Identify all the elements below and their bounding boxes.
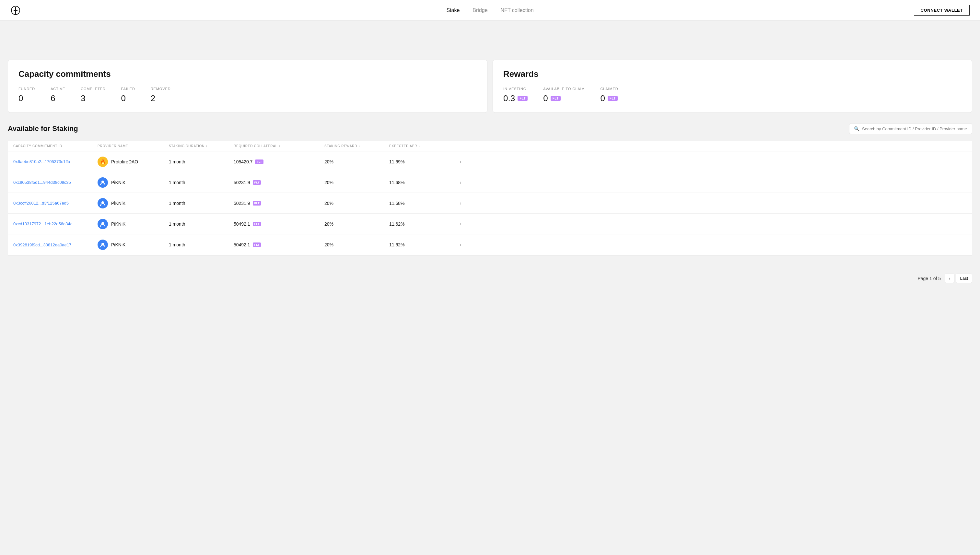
cards-row: Capacity commitments FUNDED 0 ACTIVE 6 C… [8, 59, 972, 113]
stat-removed-label: REMOVED [151, 87, 171, 91]
stat-completed-value: 3 [81, 93, 105, 103]
stat-removed-value: 2 [151, 93, 171, 103]
flt-badge: FLT [253, 201, 261, 205]
cell-staking-reward: 20% [324, 159, 389, 164]
cell-expected-apr: 11.62% [389, 242, 454, 247]
flt-badge: FLT [253, 180, 261, 185]
table-row[interactable]: 0xcd13317972...1eb22e56a34c PiKNiK 1 mon… [8, 213, 972, 234]
staking-header: Available for Staking 🔍 [8, 123, 972, 134]
provider-name: ProtofireDAO [111, 159, 138, 164]
stat-active: ACTIVE 6 [51, 87, 65, 103]
cell-collateral: 50492.1 FLT [234, 242, 324, 247]
stat-in-vesting-label: IN VESTING [503, 87, 528, 91]
stat-claimed-label: CLAIMED [600, 87, 618, 91]
nav-nft-collection[interactable]: NFT collection [501, 6, 534, 14]
cell-collateral: 50492.1 FLT [234, 221, 324, 226]
cell-commitment-id: 0xcd13317972...1eb22e56a34c [13, 221, 98, 226]
th-staking-reward[interactable]: STAKING REWARD ↓ [324, 144, 389, 148]
page-info: Page 1 of 5 [918, 276, 941, 281]
cell-provider: 🔥 ProtofireDAO [98, 157, 169, 167]
cell-staking-duration: 1 month [169, 221, 234, 226]
cell-provider: PiKNiK [98, 219, 169, 229]
stat-completed-label: COMPLETED [81, 87, 105, 91]
cell-chevron: › [454, 242, 467, 248]
provider-avatar [98, 177, 108, 188]
flt-badge: FLT [253, 222, 261, 226]
flt-badge: FLT [255, 159, 263, 164]
cell-chevron: › [454, 201, 467, 206]
cell-commitment-id: 0x6aebe810a2...1705373c1ffa [13, 159, 98, 164]
table-row[interactable]: 0x3ccff26012...d3f125a67ed5 PiKNiK 1 mon… [8, 193, 972, 213]
cell-collateral: 50231.9 FLT [234, 201, 324, 206]
rewards-card: Rewards IN VESTING 0.3 FLT AVAILABLE TO … [493, 59, 972, 113]
cell-commitment-id: 0x3ccff26012...d3f125a67ed5 [13, 201, 98, 205]
stat-active-label: ACTIVE [51, 87, 65, 91]
th-action [454, 144, 467, 148]
connect-wallet-button[interactable]: CONNECT WALLET [914, 5, 970, 16]
stat-funded-value: 0 [18, 93, 35, 103]
search-box[interactable]: 🔍 [849, 123, 972, 134]
stat-failed-value: 0 [121, 93, 135, 103]
th-commitment-id: CAPACITY COMMITMENT ID [13, 144, 98, 148]
stat-funded-label: FUNDED [18, 87, 35, 91]
logo[interactable] [10, 5, 21, 16]
stat-available-claim: AVAILABLE TO CLAIM 0 FLT [543, 87, 584, 103]
table-row[interactable]: 0x392819f9cd...30812ea0ae17 PiKNiK 1 mon… [8, 234, 972, 255]
nav-stake[interactable]: Stake [446, 6, 460, 14]
cell-commitment-id: 0xc90538f5d1...944d38c09c35 [13, 180, 98, 185]
flt-badge-claim: FLT [551, 96, 560, 101]
provider-avatar [98, 239, 108, 250]
cell-chevron: › [454, 221, 467, 227]
provider-avatar: 🔥 [98, 157, 108, 167]
sort-arrow-collateral: ↓ [279, 144, 281, 148]
stat-funded: FUNDED 0 [18, 87, 35, 103]
staking-section: Available for Staking 🔍 CAPACITY COMMITM… [8, 123, 972, 255]
last-page-button[interactable]: Last [956, 274, 972, 283]
search-input[interactable] [862, 127, 967, 131]
cell-collateral: 50231.9 FLT [234, 180, 324, 185]
rewards-title: Rewards [503, 69, 962, 79]
table-body: 0x6aebe810a2...1705373c1ffa 🔥 ProtofireD… [8, 151, 972, 255]
rewards-stats: IN VESTING 0.3 FLT AVAILABLE TO CLAIM 0 … [503, 87, 962, 103]
flt-badge-vesting: FLT [517, 96, 528, 101]
cell-staking-reward: 20% [324, 180, 389, 185]
stat-active-value: 6 [51, 93, 65, 103]
cell-staking-reward: 20% [324, 201, 389, 206]
cell-commitment-id: 0x392819f9cd...30812ea0ae17 [13, 242, 98, 247]
hero-area [0, 21, 980, 59]
cell-expected-apr: 11.68% [389, 201, 454, 206]
cell-provider: PiKNiK [98, 177, 169, 188]
cell-staking-duration: 1 month [169, 201, 234, 206]
flt-badge-claimed: FLT [608, 96, 618, 101]
sort-arrow-reward: ↓ [359, 144, 360, 148]
staking-table: CAPACITY COMMITMENT ID PROVIDER NAME STA… [8, 141, 972, 255]
th-expected-apr[interactable]: EXPECTED APR ↓ [389, 144, 454, 148]
cell-provider: PiKNiK [98, 239, 169, 250]
stat-in-vesting: IN VESTING 0.3 FLT [503, 87, 528, 103]
cell-expected-apr: 11.69% [389, 159, 454, 164]
cell-collateral: 105420.7 FLT [234, 159, 324, 164]
search-icon: 🔍 [854, 126, 860, 131]
table-row[interactable]: 0x6aebe810a2...1705373c1ffa 🔥 ProtofireD… [8, 151, 972, 172]
stat-available-claim-label: AVAILABLE TO CLAIM [543, 87, 584, 91]
provider-name: PiKNiK [111, 221, 125, 226]
flt-badge: FLT [253, 242, 261, 247]
main-nav: Stake Bridge NFT collection [446, 6, 533, 14]
provider-avatar [98, 219, 108, 229]
cell-expected-apr: 11.68% [389, 180, 454, 185]
sort-arrow-apr: ↓ [418, 144, 420, 148]
capacity-commitments-card: Capacity commitments FUNDED 0 ACTIVE 6 C… [8, 59, 487, 113]
stat-claimed: CLAIMED 0 FLT [600, 87, 618, 103]
cell-provider: PiKNiK [98, 198, 169, 209]
capacity-commitments-stats: FUNDED 0 ACTIVE 6 COMPLETED 3 FAILED 0 R… [18, 87, 477, 103]
table-row[interactable]: 0xc90538f5d1...944d38c09c35 PiKNiK 1 mon… [8, 172, 972, 193]
table-header: CAPACITY COMMITMENT ID PROVIDER NAME STA… [8, 141, 972, 151]
nav-bridge[interactable]: Bridge [472, 6, 487, 14]
th-required-collateral[interactable]: REQUIRED COLLATERAL ↓ [234, 144, 324, 148]
th-staking-duration[interactable]: STAKING DURATION ↓ [169, 144, 234, 148]
cell-chevron: › [454, 180, 467, 185]
pagination-bar: Page 1 of 5 › Last [0, 268, 980, 288]
next-page-button[interactable]: › [945, 274, 954, 283]
stat-failed-label: FAILED [121, 87, 135, 91]
sort-arrow-duration: ↓ [206, 144, 208, 148]
